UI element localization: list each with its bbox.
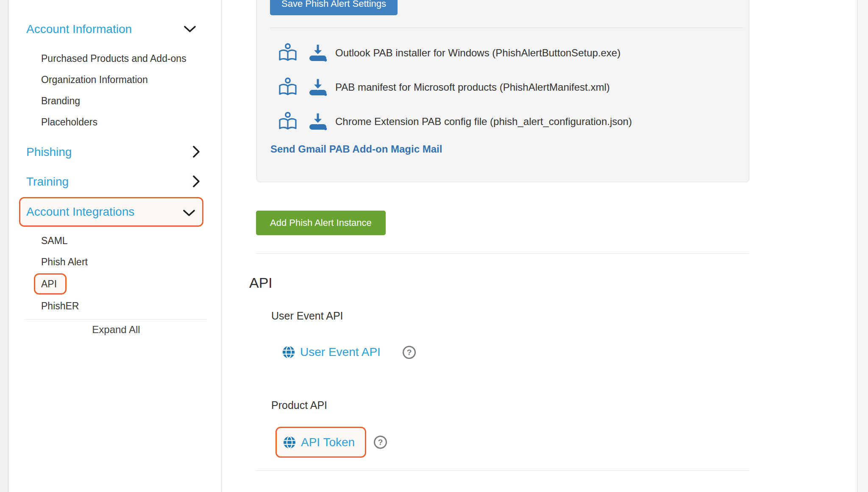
sidebar-item-api-highlight: API [34, 273, 67, 295]
download-icon[interactable] [308, 44, 328, 62]
api-token-link-highlight[interactable]: API Token [275, 427, 366, 458]
sidebar-section-account-integrations[interactable]: Account Integrations [26, 205, 134, 219]
chevron-down-icon[interactable] [184, 25, 196, 33]
download-link-label[interactable]: Outlook PAB installer for Windows (Phish… [335, 47, 620, 59]
sidebar-item-phisher[interactable]: PhishER [41, 300, 79, 312]
chevron-down-icon[interactable] [183, 209, 195, 217]
settings-sidebar: Account Information Purchased Products a… [9, 0, 222, 492]
sidebar-divider [25, 319, 207, 320]
product-api-title: Product API [271, 399, 327, 411]
download-link-label[interactable]: Chrome Extension PAB config file (phish_… [335, 116, 632, 128]
sidebar-section-phishing[interactable]: Phishing [26, 145, 72, 159]
sidebar-item-branding[interactable]: Branding [41, 95, 80, 107]
download-row-outlook-pab[interactable]: Outlook PAB installer for Windows (Phish… [278, 43, 620, 63]
sidebar-item-api[interactable]: API [41, 278, 57, 290]
download-icon[interactable] [308, 78, 328, 97]
sidebar-section-account-information[interactable]: Account Information [26, 22, 132, 36]
chevron-right-icon[interactable] [192, 175, 200, 188]
user-event-api-link-label[interactable]: User Event API [300, 345, 381, 359]
sidebar-item-saml[interactable]: SAML [41, 235, 68, 247]
expand-all-link[interactable]: Expand All [25, 324, 207, 336]
sidebar-section-training[interactable]: Training [26, 175, 69, 189]
section-divider [256, 253, 749, 254]
api-heading: API [249, 275, 273, 291]
book-reader-icon[interactable] [278, 77, 298, 97]
download-link-label[interactable]: PAB manifest for Microsoft products (Phi… [335, 81, 610, 93]
sidebar-item-phish-alert[interactable]: Phish Alert [41, 256, 88, 268]
send-gmail-pab-magic-mail-link[interactable]: Send Gmail PAB Add-on Magic Mail [270, 143, 442, 155]
globe-icon [283, 436, 296, 449]
help-icon[interactable]: ? [374, 436, 387, 449]
user-event-api-link[interactable]: User Event API [282, 342, 381, 362]
api-token-link-label[interactable]: API Token [301, 436, 355, 449]
page-right-gutter [857, 0, 868, 492]
account-settings-page: Account Information Purchased Products a… [0, 0, 868, 492]
download-row-chrome-config[interactable]: Chrome Extension PAB config file (phish_… [278, 111, 632, 132]
download-row-pab-manifest[interactable]: PAB manifest for Microsoft products (Phi… [278, 77, 610, 97]
help-icon[interactable]: ? [403, 346, 416, 359]
book-reader-icon[interactable] [278, 111, 298, 132]
book-reader-icon[interactable] [278, 43, 298, 63]
section-divider [256, 470, 749, 471]
phish-alert-settings-panel: Save Phish Alert Settings Outlook PAB in… [256, 0, 749, 182]
add-phish-alert-instance-button[interactable]: Add Phish Alert Instance [256, 211, 386, 235]
sidebar-item-purchased-products[interactable]: Purchased Products and Add-ons [41, 53, 186, 64]
sidebar-section-account-integrations-highlight: Account Integrations [19, 197, 203, 227]
chevron-right-icon[interactable] [192, 145, 200, 158]
user-event-api-title: User Event API [271, 310, 343, 322]
save-phish-alert-settings-button[interactable]: Save Phish Alert Settings [270, 0, 398, 15]
download-icon[interactable] [308, 112, 328, 131]
sidebar-item-placeholders[interactable]: Placeholders [41, 116, 97, 128]
page-left-gutter [0, 0, 8, 492]
panel-divider [270, 28, 743, 28]
globe-icon [282, 346, 295, 359]
sidebar-item-organization-information[interactable]: Organization Information [41, 74, 148, 86]
